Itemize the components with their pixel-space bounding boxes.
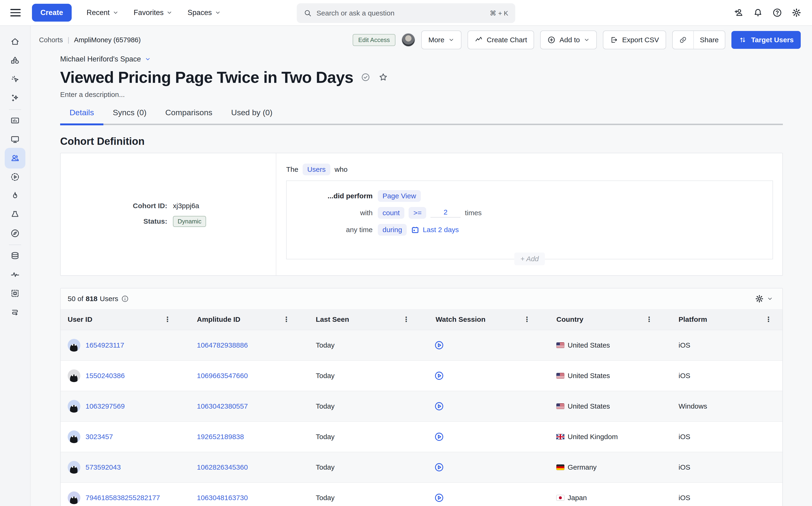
sidebar-item-ai[interactable] — [5, 89, 25, 107]
user-id-link[interactable]: 1550240386 — [85, 372, 125, 380]
create-chart-button[interactable]: Create Chart — [468, 30, 534, 49]
platform-cell: iOS — [672, 483, 783, 506]
space-selector[interactable]: Michael Heriford's Space — [60, 55, 812, 63]
export-csv-button[interactable]: Export CSV — [603, 30, 666, 49]
amplitude-id-link[interactable]: 1062826345360 — [197, 463, 248, 471]
shapes-icon — [10, 56, 20, 66]
share-button[interactable]: Share — [693, 31, 725, 49]
more-button[interactable]: More — [421, 30, 461, 49]
edit-access-chip[interactable]: Edit Access — [353, 34, 395, 46]
pulse-icon — [10, 269, 20, 280]
sidebar-item-journeys[interactable] — [5, 303, 25, 322]
play-session-icon[interactable] — [434, 340, 444, 350]
sidebar-item-events[interactable] — [5, 70, 25, 89]
play-session-icon[interactable] — [434, 432, 444, 442]
platform-cell: Windows — [672, 391, 783, 421]
column-menu-icon[interactable]: ⋮ — [403, 316, 410, 323]
nav-right-icons — [734, 7, 802, 18]
event-dropdown[interactable]: Page View — [378, 190, 421, 202]
column-menu-icon[interactable]: ⋮ — [765, 316, 772, 323]
country-flag-icon — [556, 465, 564, 470]
star-icon[interactable] — [378, 72, 389, 83]
times-input[interactable]: 2 — [430, 208, 461, 218]
operator-dropdown[interactable]: >= — [409, 207, 426, 219]
play-session-icon[interactable] — [434, 462, 444, 472]
column-menu-icon[interactable]: ⋮ — [164, 316, 171, 323]
sidebar-item-charts[interactable] — [5, 111, 25, 130]
bell-icon[interactable] — [753, 7, 763, 18]
add-rule-button[interactable]: + Add — [514, 253, 545, 265]
sidebar-item-home[interactable] — [5, 32, 25, 51]
country-cell: United States — [549, 391, 672, 421]
tab-comparisons[interactable]: Comparisons — [156, 108, 222, 124]
sidebar-item-cohorts[interactable] — [5, 148, 25, 169]
user-id-link[interactable]: 1654923117 — [85, 341, 124, 349]
amplitude-id-link[interactable]: 1063048163730 — [197, 494, 248, 502]
description-placeholder[interactable]: Enter a description... — [60, 91, 812, 99]
subject-dropdown[interactable]: Users — [302, 164, 330, 175]
user-id-cell: 7946185838255282177 — [61, 483, 190, 506]
menu-recent[interactable]: Recent — [87, 8, 119, 17]
page-title[interactable]: Viewed Pricing Page Twice in Two Days — [60, 68, 353, 86]
search-input[interactable]: Search or ask a question ⌘ + K — [297, 3, 515, 23]
user-id-link[interactable]: 1063297569 — [85, 402, 125, 410]
play-session-icon[interactable] — [434, 371, 444, 381]
column-menu-icon[interactable]: ⋮ — [283, 316, 290, 323]
watch-session-cell — [428, 361, 549, 391]
search-placeholder: Search or ask a question — [317, 9, 485, 17]
during-dropdown[interactable]: during — [378, 224, 407, 236]
anytime-label: any time — [287, 226, 373, 234]
line-chart-icon — [475, 36, 483, 44]
chevron-down-icon — [145, 56, 151, 62]
breadcrumb-cohorts[interactable]: Cohorts — [39, 36, 63, 44]
rule-builder: The Users who ...did perform Page View w… — [276, 153, 783, 275]
amplitude-id-link[interactable]: 1069663547660 — [197, 372, 248, 380]
column-header: Country ⋮ — [549, 309, 672, 330]
tab-used-by[interactable]: Used by (0) — [222, 108, 282, 124]
sidebar-item-assets[interactable] — [5, 51, 25, 70]
column-menu-icon[interactable]: ⋮ — [524, 316, 531, 323]
play-session-icon[interactable] — [434, 401, 444, 411]
tab-details[interactable]: Details — [60, 108, 104, 124]
user-id-link[interactable]: 573592043 — [85, 463, 121, 471]
info-icon[interactable] — [121, 295, 129, 303]
copy-link-button[interactable] — [673, 31, 693, 49]
tab-syncs[interactable]: Syncs (0) — [104, 108, 156, 124]
user-id-link[interactable]: 7946185838255282177 — [85, 494, 160, 502]
play-session-icon[interactable] — [434, 493, 444, 503]
verified-badge-icon[interactable] — [360, 72, 371, 82]
menu-favorites[interactable]: Favorites — [134, 8, 173, 17]
sidebar-item-data[interactable] — [5, 246, 25, 265]
sidebar-item-funnels[interactable] — [5, 205, 25, 224]
menu-spaces[interactable]: Spaces — [188, 8, 221, 17]
user-id-link[interactable]: 3023457 — [85, 433, 113, 441]
amplitude-id-link[interactable]: 1063042380557 — [197, 402, 248, 410]
amplitude-id-link[interactable]: 1064782938886 — [197, 341, 248, 349]
sidebar-item-experiments[interactable] — [5, 186, 25, 205]
create-button[interactable]: Create — [32, 4, 72, 22]
last-seen-cell: Today — [309, 391, 428, 421]
help-icon[interactable] — [772, 7, 783, 18]
table-settings[interactable] — [755, 294, 773, 304]
monster-avatar — [68, 400, 80, 413]
country-cell: Germany — [549, 452, 672, 482]
gear-icon[interactable] — [791, 7, 802, 18]
add-user-icon[interactable] — [734, 7, 744, 18]
avatar[interactable] — [402, 33, 415, 47]
user-id-cell: 1550240386 — [61, 361, 190, 391]
compass-icon — [10, 228, 20, 239]
watch-session-cell — [428, 422, 549, 452]
sidebar-item-session-replay[interactable] — [5, 168, 25, 186]
gear-icon — [755, 294, 764, 304]
sidebar-item-activity[interactable] — [5, 265, 25, 284]
target-users-button[interactable]: Target Users — [731, 31, 801, 49]
sidebar-item-templates[interactable] — [5, 284, 25, 303]
column-menu-icon[interactable]: ⋮ — [646, 316, 653, 323]
date-range-picker[interactable]: Last 2 days — [411, 226, 459, 234]
add-to-button[interactable]: Add to — [540, 30, 597, 49]
hamburger-menu-icon[interactable] — [10, 9, 21, 16]
sidebar-item-discover[interactable] — [5, 224, 25, 243]
count-dropdown[interactable]: count — [378, 207, 404, 219]
sidebar-item-dashboards[interactable] — [5, 130, 25, 149]
amplitude-id-link[interactable]: 192652189838 — [197, 433, 244, 441]
